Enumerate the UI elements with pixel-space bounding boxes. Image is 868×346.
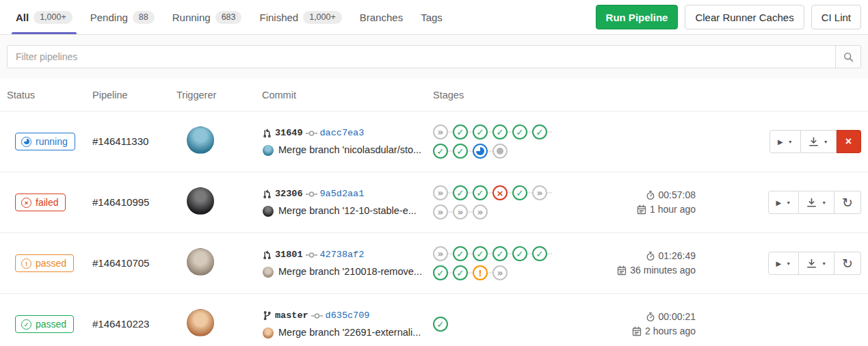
- triggerer-avatar[interactable]: [187, 248, 214, 276]
- time-cell: 00:57:08 1 hour ago: [597, 188, 745, 217]
- stage-status-icon-passed[interactable]: ✓: [492, 246, 508, 261]
- branch-ref-link[interactable]: master: [275, 307, 308, 324]
- stage-status-icon-passed[interactable]: ✓: [473, 185, 488, 200]
- triggerer-avatar[interactable]: [187, 309, 214, 336]
- stage-status-icon-created[interactable]: [492, 144, 508, 159]
- status-label: running: [36, 136, 68, 147]
- ci-lint-button[interactable]: CI Lint: [811, 5, 861, 29]
- commit-author-avatar[interactable]: [263, 328, 274, 338]
- commit-sha-link[interactable]: d635c709: [326, 307, 370, 324]
- chevron-down-icon: ▼: [788, 139, 793, 144]
- commit-message-link[interactable]: Merge branch '22691-externali...: [278, 324, 421, 341]
- stage-status-icon-passed[interactable]: ✓: [532, 124, 547, 139]
- commit-message-link[interactable]: Merge branch '210018-remove...: [278, 263, 422, 280]
- tab-all[interactable]: All 1,000+: [7, 0, 81, 34]
- stage-connector: [547, 131, 552, 133]
- stage-status-icon-passed[interactable]: ✓: [453, 185, 468, 200]
- passed-status-icon: ✓: [21, 319, 31, 330]
- stage-status-icon-passed[interactable]: ✓: [473, 246, 488, 261]
- stopwatch-icon: [646, 251, 655, 261]
- stage-status-icon-passed[interactable]: ✓: [512, 246, 527, 261]
- tab-branches[interactable]: Branches: [351, 0, 412, 34]
- run-manual-jobs-dropdown-button[interactable]: ▶ ▼: [770, 130, 801, 153]
- stage-status-icon-passed[interactable]: ✓: [473, 124, 488, 139]
- status-badge-passed[interactable]: ✓ passed: [15, 315, 74, 333]
- stage-status-icon-skipped[interactable]: »: [532, 185, 547, 200]
- stage-status-icon-passed[interactable]: ✓: [453, 124, 468, 139]
- search-button[interactable]: [835, 45, 861, 68]
- stage-status-icon-skipped[interactable]: »: [433, 124, 448, 139]
- clear-runner-caches-button[interactable]: Clear Runner Caches: [685, 5, 804, 29]
- status-badge-running[interactable]: running: [15, 133, 75, 150]
- pipeline-id-link[interactable]: #146410705: [92, 257, 149, 269]
- stage-status-icon-passed[interactable]: ✓: [433, 265, 448, 280]
- merge-request-ref-link[interactable]: 32306: [275, 185, 303, 202]
- pipeline-row: × failed #146410995 32306 9a5d2aa1 Merge…: [0, 172, 868, 233]
- commit-message-link[interactable]: Merge branch 'nicolasdular/sto...: [278, 142, 421, 159]
- merge-request-ref-link[interactable]: 31801: [275, 246, 303, 263]
- commit-sha-link[interactable]: dacc7ea3: [320, 124, 365, 142]
- tab-label: Tags: [421, 12, 443, 23]
- triggerer-avatar[interactable]: [187, 127, 214, 154]
- retry-pipeline-button[interactable]: ↻: [834, 252, 861, 275]
- stages-mini-graph: ✓: [433, 317, 555, 332]
- run-manual-jobs-dropdown-button[interactable]: ▶ ▼: [768, 191, 800, 214]
- run-pipeline-button[interactable]: Run Pipeline: [596, 5, 679, 29]
- stage-status-icon-skipped[interactable]: »: [433, 246, 448, 261]
- stage-status-icon-warning[interactable]: !: [473, 265, 488, 280]
- failed-status-icon: ×: [21, 198, 31, 208]
- warning-status-icon: !: [21, 258, 31, 269]
- download-artifacts-dropdown-button[interactable]: ▼: [801, 130, 837, 153]
- stage-status-icon-passed[interactable]: ✓: [492, 124, 508, 139]
- pipeline-id-link[interactable]: #146410223: [92, 318, 149, 330]
- stage-status-icon-skipped[interactable]: »: [473, 204, 488, 219]
- status-badge-failed[interactable]: × failed: [15, 194, 66, 211]
- stage-connector: [488, 131, 492, 133]
- pipeline-id-link[interactable]: #146411330: [92, 135, 148, 147]
- tab-pending[interactable]: Pending 88: [81, 0, 163, 34]
- stage-connector: [448, 253, 453, 254]
- stage-status-icon-passed[interactable]: ✓: [433, 144, 448, 159]
- commit-author-avatar[interactable]: [263, 206, 274, 217]
- commit-message-link[interactable]: Merge branch '12-10-stable-e...: [278, 202, 417, 219]
- stage-status-icon-passed[interactable]: ✓: [512, 124, 527, 139]
- stage-status-icon-passed[interactable]: ✓: [433, 317, 448, 332]
- commit-sha-link[interactable]: 42738af2: [320, 246, 365, 263]
- stage-status-icon-skipped[interactable]: »: [453, 204, 468, 219]
- stage-status-icon-running[interactable]: [473, 144, 488, 159]
- run-manual-jobs-dropdown-button[interactable]: ▶ ▼: [768, 252, 800, 275]
- stage-status-icon-passed[interactable]: ✓: [512, 185, 527, 200]
- retry-pipeline-button[interactable]: ↻: [834, 191, 861, 214]
- play-icon: ▶: [778, 138, 783, 146]
- tab-label: Pending: [90, 12, 128, 23]
- download-artifacts-dropdown-button[interactable]: ▼: [799, 252, 834, 275]
- commit-author-avatar[interactable]: [263, 145, 274, 156]
- cancel-pipeline-button[interactable]: ×: [837, 130, 861, 153]
- pipeline-duration: 00:57:08: [659, 188, 696, 202]
- filter-pipelines-input[interactable]: [7, 45, 836, 68]
- merge-request-icon: [262, 189, 272, 199]
- stage-status-icon-passed[interactable]: ✓: [532, 246, 547, 261]
- pipeline-id-link[interactable]: #146410995: [92, 196, 149, 208]
- stage-status-icon-skipped[interactable]: »: [433, 204, 448, 219]
- tab-finished[interactable]: Finished 1,000+: [250, 0, 350, 34]
- tab-label: All: [16, 12, 29, 23]
- tabs: All 1,000+ Pending 88 Running 683 Finish…: [7, 0, 451, 34]
- stage-status-icon-passed[interactable]: ✓: [453, 144, 468, 159]
- commit-sha-link[interactable]: 9a5d2aa1: [320, 185, 365, 202]
- stage-status-icon-passed[interactable]: ✓: [453, 265, 468, 280]
- merge-request-ref-link[interactable]: 31649: [275, 124, 303, 142]
- stage-status-icon-failed[interactable]: ×: [492, 185, 508, 200]
- stage-connector: [448, 192, 453, 194]
- stage-status-icon-passed[interactable]: ✓: [453, 246, 468, 261]
- triggerer-avatar[interactable]: [187, 187, 214, 215]
- stage-status-icon-skipped[interactable]: »: [433, 185, 448, 200]
- retry-icon: ↻: [842, 196, 853, 209]
- download-artifacts-dropdown-button[interactable]: ▼: [799, 191, 834, 214]
- tab-running[interactable]: Running 683: [163, 0, 251, 34]
- commit-author-avatar[interactable]: [263, 267, 274, 278]
- tab-tags[interactable]: Tags: [412, 0, 451, 34]
- status-badge-passed-with-warnings[interactable]: ! passed: [15, 254, 74, 272]
- stages-mini-graph: »✓✓✓✓✓✓✓: [433, 124, 555, 159]
- stage-status-icon-skipped[interactable]: »: [492, 265, 508, 280]
